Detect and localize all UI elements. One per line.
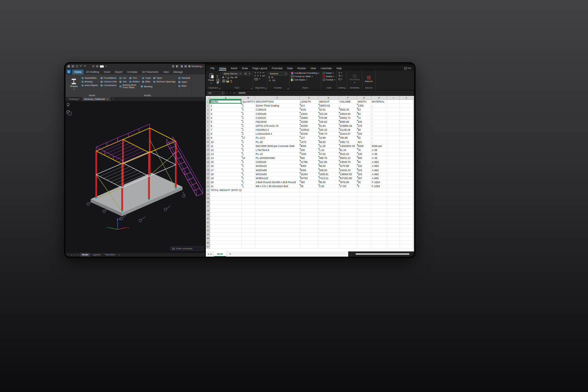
cell-A10[interactable]: 9 [210, 136, 242, 140]
cell-G6[interactable]: 100 [357, 120, 371, 124]
cell-A37[interactable] [210, 245, 242, 249]
row-header-29[interactable]: 29 [206, 213, 210, 217]
cell-F21[interactable]: 7876.80 [339, 180, 357, 184]
row-header-17[interactable]: 17 [206, 164, 210, 168]
cell-F10[interactable]: 780.89 [339, 136, 357, 140]
cell-G9[interactable]: 102 [357, 132, 371, 136]
cell-B30[interactable] [242, 217, 255, 221]
cell-J17[interactable] [400, 164, 413, 168]
row-header-21[interactable]: 21 [206, 180, 210, 184]
row-header-32[interactable]: 32 [206, 225, 210, 229]
cell-F2[interactable]: - [339, 104, 357, 108]
cell-I14[interactable] [387, 152, 400, 156]
app-menu-icon[interactable]: ▦ [67, 65, 70, 68]
cell-E7[interactable]: 91.94 [318, 124, 339, 128]
horizontal-scrollbar-thumb[interactable] [356, 253, 409, 255]
cell-H18[interactable]: A-992 [371, 168, 387, 172]
cell-J13[interactable] [400, 148, 413, 152]
cell-A28[interactable] [210, 209, 242, 213]
ribbon-item-handrail[interactable]: ▦Handrail [178, 77, 190, 79]
cell-A16[interactable]: 15 [210, 160, 242, 164]
new-sheet-button[interactable]: + [228, 252, 232, 256]
cell-B7[interactable]: 1 [242, 124, 255, 128]
cell-J22[interactable] [400, 184, 413, 188]
cell-B15[interactable]: 10 [242, 156, 255, 160]
cell-C8[interactable]: HSS48x3.2 [255, 128, 300, 132]
row-header-34[interactable]: 34 [206, 233, 210, 237]
cad-tab-export[interactable]: Export [113, 70, 125, 74]
cell-H32[interactable] [371, 225, 387, 229]
dialog-launcher-icon[interactable] [287, 88, 288, 89]
cell-G22[interactable]: 9 [357, 184, 371, 188]
increase-decimal-icon[interactable]: .0 [269, 79, 271, 82]
cell-A21[interactable]: 20 [210, 180, 242, 184]
cell-A34[interactable] [210, 233, 242, 237]
cell-D2[interactable]: 914 [300, 104, 318, 108]
cell-G5[interactable]: 74 [357, 116, 371, 120]
cell-B3[interactable]: 1 [242, 108, 255, 112]
cell-I23[interactable] [387, 188, 400, 192]
row-header-2[interactable]: 2 [206, 104, 210, 108]
cell-H10[interactable]: - [371, 136, 387, 140]
cell-G2[interactable]: 1305 [357, 104, 371, 108]
cell-A6[interactable]: 5 [210, 120, 242, 124]
cell-A29[interactable] [210, 213, 242, 217]
column-header-g[interactable]: G [357, 96, 371, 100]
addins-button[interactable]: Add-ins [364, 72, 373, 87]
row-header-3[interactable]: 3 [206, 108, 210, 112]
next-tab-icon[interactable]: › [76, 254, 77, 256]
cell-J23[interactable] [400, 188, 413, 192]
cell-H12[interactable]: 5000-psi [371, 144, 387, 148]
row-header-20[interactable]: 20 [206, 176, 210, 180]
row-header-16[interactable]: 16 [206, 160, 210, 164]
cell-J25[interactable] [400, 197, 413, 201]
cell-H19[interactable]: A-992 [371, 172, 387, 176]
cell-F12[interactable]: 13020833.33 [339, 144, 357, 148]
close-tab-icon[interactable]: ✕ [107, 98, 108, 100]
cell-G34[interactable] [357, 233, 371, 237]
cell-H20[interactable]: A-992 [371, 176, 387, 180]
cell-B6[interactable]: 1 [242, 120, 255, 124]
cell-J16[interactable] [400, 160, 413, 164]
3d-structure-model[interactable] [75, 107, 205, 251]
cell-I35[interactable] [387, 237, 400, 241]
cell-A1[interactable]: MARK [210, 100, 242, 104]
cell-H13[interactable]: A-36 [371, 148, 387, 152]
drawing-tab-structure-platforms[interactable]: Structure_Platforms*✕ [82, 97, 111, 101]
cell-B13[interactable]: 1 [242, 148, 255, 152]
cell-G27[interactable] [357, 205, 371, 209]
cell-G30[interactable] [357, 217, 371, 221]
cell-F1[interactable]: VOLUME [339, 100, 357, 104]
number-format-select[interactable]: General ▾ [269, 72, 288, 76]
cell-E14[interactable]: 47.62 [318, 152, 339, 156]
lightbulb-icon[interactable] [67, 103, 70, 106]
cell-E33[interactable] [318, 229, 339, 233]
format-painter-icon[interactable] [217, 82, 219, 83]
cell-A13[interactable]: 12 [210, 148, 242, 152]
cell-I34[interactable] [387, 233, 400, 237]
excel-tab-file[interactable]: File [210, 66, 215, 70]
cad-tab-view[interactable]: View [161, 70, 171, 74]
cell-D16[interactable]: 11788 [300, 160, 318, 164]
cell-H7[interactable]: - [371, 124, 387, 128]
cell-A20[interactable]: 19 [210, 176, 242, 180]
cell-C5[interactable]: C310x31 [255, 116, 300, 120]
find-select-button[interactable]: ▾ [338, 78, 345, 80]
cell-H2[interactable]: - [371, 104, 387, 108]
ribbon-item-miter[interactable]: ▦Miter [142, 80, 151, 83]
cell-I19[interactable] [387, 172, 400, 176]
cell-B29[interactable] [242, 213, 255, 217]
cell-I12[interactable] [387, 144, 400, 148]
cell-E8[interactable]: 420.10 [318, 128, 339, 132]
cell-D20[interactable]: 60764 [300, 176, 318, 180]
cell-E9[interactable]: 439.73 [318, 132, 339, 136]
format-as-table-button[interactable]: Format as Table ▾ [291, 75, 319, 78]
cell-E24[interactable] [318, 192, 339, 196]
cell-C23[interactable] [255, 188, 300, 192]
excel-tab-insert[interactable]: Insert [230, 66, 237, 70]
cell-J6[interactable] [400, 120, 413, 124]
new-drawing-tab-button[interactable]: + [111, 97, 115, 101]
cell-F13[interactable]: 81.34 [339, 148, 357, 152]
row-header-36[interactable]: 36 [206, 241, 210, 245]
cell-C7[interactable]: GRTG-279.4x31.75 [255, 124, 300, 128]
